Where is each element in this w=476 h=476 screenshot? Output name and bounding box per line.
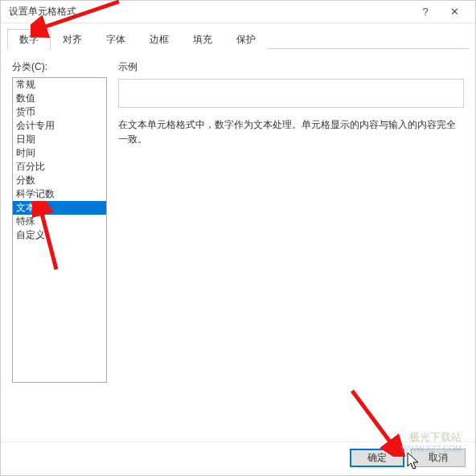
titlebar: 设置单元格格式 ? ✕ (1, 1, 475, 23)
category-label: 分类(C): (12, 60, 107, 74)
tab-border[interactable]: 边框 (137, 29, 181, 50)
tab-number[interactable]: 数字 (7, 29, 51, 50)
dialog-footer: 确定 取消 (1, 441, 475, 475)
category-listbox[interactable]: 常规 数值 货币 会计专用 日期 时间 百分比 分数 科学记数 文本 特殊 自定… (12, 77, 107, 383)
category-panel: 分类(C): 常规 数值 货币 会计专用 日期 时间 百分比 分数 科学记数 文… (12, 60, 107, 437)
list-item[interactable]: 科学记数 (13, 187, 106, 201)
list-item[interactable]: 会计专用 (13, 119, 106, 133)
dialog-title: 设置单元格格式 (9, 5, 411, 18)
close-icon: ✕ (450, 6, 459, 18)
list-item[interactable]: 时间 (13, 146, 106, 160)
help-icon: ? (422, 6, 428, 18)
tab-protection[interactable]: 保护 (224, 29, 268, 50)
tab-alignment[interactable]: 对齐 (51, 29, 94, 50)
format-description: 在文本单元格格式中，数字作为文本处理。单元格显示的内容与输入的内容完全一致。 (118, 113, 464, 146)
list-item[interactable]: 数值 (13, 92, 106, 105)
tab-strip: 数字 对齐 字体 边框 填充 保护 (7, 28, 469, 49)
ok-button[interactable]: 确定 (350, 449, 404, 467)
list-item[interactable]: 常规 (13, 78, 106, 92)
list-item[interactable]: 百分比 (13, 160, 106, 174)
detail-panel: 示例 在文本单元格格式中，数字作为文本处理。单元格显示的内容与输入的内容完全一致… (118, 60, 464, 437)
help-button[interactable]: ? (411, 2, 440, 22)
list-item[interactable]: 分数 (13, 174, 106, 187)
dialog-content: 数字 对齐 字体 边框 填充 保护 分类(C): 常规 数值 货币 会计专用 日… (1, 23, 475, 441)
sample-box (118, 79, 464, 108)
sample-label: 示例 (118, 60, 464, 74)
cancel-button[interactable]: 取消 (411, 449, 466, 467)
tab-fill[interactable]: 填充 (181, 29, 224, 50)
list-item[interactable]: 特殊 (13, 215, 106, 228)
tab-font[interactable]: 字体 (94, 29, 137, 50)
list-item[interactable]: 日期 (13, 133, 106, 146)
list-item-selected[interactable]: 文本 (13, 201, 106, 215)
close-button[interactable]: ✕ (440, 2, 469, 22)
format-cells-dialog: 设置单元格格式 ? ✕ 数字 对齐 字体 边框 填充 保护 分类(C): 常规 … (0, 0, 476, 476)
list-item[interactable]: 货币 (13, 105, 106, 119)
tab-body: 分类(C): 常规 数值 货币 会计专用 日期 时间 百分比 分数 科学记数 文… (7, 49, 469, 441)
list-item[interactable]: 自定义 (13, 228, 106, 242)
